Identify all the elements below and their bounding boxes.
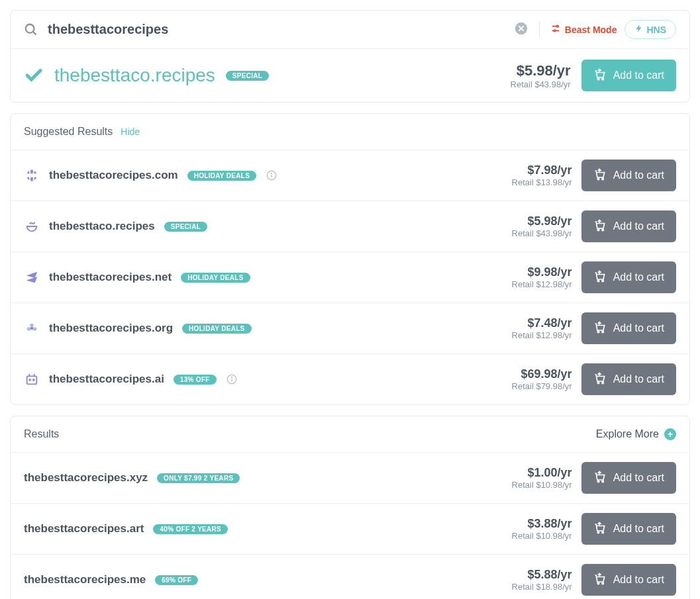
domain-name[interactable]: thebesttaco.recipes (49, 220, 155, 233)
price-block: $7.98/yrRetail $13.98/yr (512, 163, 572, 187)
price: $5.98/yr (512, 214, 572, 228)
svg-point-23 (602, 229, 604, 231)
svg-rect-33 (27, 376, 37, 384)
deal-badge: HOLIDAY DEALS (181, 273, 250, 283)
clear-search-button[interactable] (514, 21, 528, 38)
svg-point-44 (597, 582, 599, 584)
price: $5.88/yr (512, 568, 572, 582)
search-icon (24, 23, 38, 37)
info-icon[interactable] (226, 373, 238, 385)
domain-row: thebesttacorecipes.xyzONLY $7.99 2 YEARS… (11, 452, 689, 503)
results-header: Results Explore More + (11, 416, 689, 452)
svg-point-39 (602, 382, 604, 384)
add-to-cart-button[interactable]: Add to cart (581, 513, 676, 545)
svg-point-21 (602, 178, 604, 180)
add-to-cart-button[interactable]: Add to cart (581, 160, 676, 191)
retail-price: Retail $10.98/yr (512, 531, 572, 541)
add-to-cart-button[interactable]: Add to cart (581, 462, 676, 494)
tld-icon (24, 218, 40, 234)
domain-name[interactable]: thebesttacorecipes.xyz (24, 471, 148, 484)
featured-price: $5.98/yr (511, 62, 571, 79)
add-to-cart-button[interactable]: Add to cart (581, 363, 676, 395)
sliders-icon (550, 23, 561, 36)
featured-badge: SPECIAL (226, 71, 269, 81)
svg-point-16 (597, 78, 599, 80)
add-to-cart-button[interactable]: Add to cart (581, 312, 676, 344)
retail-price: Retail $43.98/yr (512, 228, 572, 238)
retail-price: Retail $12.98/yr (512, 279, 572, 289)
featured-retail: Retail $43.98/yr (511, 79, 571, 89)
svg-point-34 (29, 379, 30, 381)
retail-price: Retail $13.98/yr (512, 177, 572, 187)
deal-badge: HOLIDAY DEALS (182, 324, 251, 334)
svg-point-30 (30, 327, 34, 330)
search-input[interactable] (46, 21, 506, 38)
svg-point-45 (602, 582, 604, 584)
hide-suggested-link[interactable]: Hide (121, 126, 140, 137)
featured-domain[interactable]: thebesttaco.recipes (54, 65, 215, 86)
explore-more-button[interactable]: Explore More + (596, 428, 676, 440)
cart-icon (593, 371, 607, 387)
featured-result: thebesttaco.recipes SPECIAL $5.98/yr Ret… (11, 49, 689, 102)
price: $3.88/yr (512, 517, 572, 531)
featured-add-to-cart-button[interactable]: Add to cart (581, 60, 676, 91)
domain-name[interactable]: thebesttacorecipes.me (24, 573, 146, 586)
cta-label: Add to cart (613, 169, 664, 181)
hns-toggle[interactable]: HNS (625, 20, 676, 39)
add-to-cart-button[interactable]: Add to cart (581, 210, 676, 242)
svg-point-20 (597, 178, 599, 180)
domain-row: thebesttaco.recipesSPECIAL$5.98/yrRetail… (11, 201, 689, 252)
cta-label: Add to cart (613, 271, 664, 283)
svg-point-26 (602, 280, 604, 282)
svg-point-27 (30, 324, 34, 328)
svg-point-19 (272, 173, 272, 173)
svg-point-12 (26, 24, 34, 32)
svg-point-38 (597, 382, 599, 384)
retail-price: Retail $18.98/yr (512, 582, 572, 592)
svg-point-37 (231, 377, 232, 377)
price-block: $1.00/yrRetail $10.98/yr (512, 466, 572, 490)
beast-mode-toggle[interactable]: Beast Mode (550, 23, 617, 36)
cta-label: Add to cart (613, 472, 664, 484)
add-to-cart-button[interactable]: Add to cart (581, 261, 676, 293)
plus-icon: + (664, 428, 676, 440)
price: $7.98/yr (512, 163, 572, 177)
cta-label: Add to cart (613, 373, 664, 385)
price: $1.00/yr (512, 466, 572, 480)
svg-point-29 (33, 327, 37, 331)
svg-point-32 (602, 331, 604, 333)
domain-name[interactable]: thebesttacorecipes.org (49, 322, 173, 335)
retail-price: Retail $79.98/yr (512, 381, 572, 391)
domain-name[interactable]: thebesttacorecipes.net (49, 271, 172, 284)
domain-name[interactable]: thebesttacorecipes.ai (49, 373, 164, 386)
svg-point-22 (597, 229, 599, 231)
cta-label: Add to cart (613, 69, 664, 81)
info-icon[interactable] (266, 169, 277, 181)
deal-badge: 13% OFF (174, 375, 217, 385)
add-to-cart-button[interactable]: Add to cart (581, 564, 676, 596)
deal-badge: ONLY $7.99 2 YEARS (157, 473, 240, 483)
cart-icon (593, 218, 607, 234)
deal-badge: 40% OFF 2 YEARS (153, 524, 228, 534)
tld-icon (24, 320, 40, 336)
svg-point-25 (597, 280, 599, 282)
suggested-header: Suggested Results Hide (11, 114, 689, 150)
price-block: $69.98/yrRetail $79.98/yr (512, 367, 572, 391)
cta-label: Add to cart (613, 220, 664, 232)
tld-icon (24, 371, 40, 387)
results-card: Results Explore More + thebesttacorecipe… (10, 416, 690, 599)
suggested-title: Suggested Results (24, 126, 113, 138)
hns-label: HNS (646, 24, 666, 35)
domain-row: thebesttacorecipes.ai13% OFF$69.98/yrRet… (11, 353, 689, 404)
deal-badge: SPECIAL (164, 222, 207, 232)
domain-name[interactable]: thebesttacorecipes.com (49, 169, 178, 182)
svg-point-35 (33, 379, 34, 381)
cart-icon (593, 167, 607, 183)
deal-badge: 69% OFF (155, 575, 198, 585)
domain-row: thebesttacorecipes.netHOLIDAY DEALS$9.98… (11, 252, 689, 302)
featured-price-block: $5.98/yr Retail $43.98/yr (511, 62, 571, 89)
cta-label: Add to cart (613, 574, 664, 586)
domain-name[interactable]: thebesttacorecipes.art (24, 522, 144, 535)
cart-icon (593, 68, 607, 83)
domain-row: thebesttacorecipes.comHOLIDAY DEALS$7.98… (11, 150, 689, 201)
